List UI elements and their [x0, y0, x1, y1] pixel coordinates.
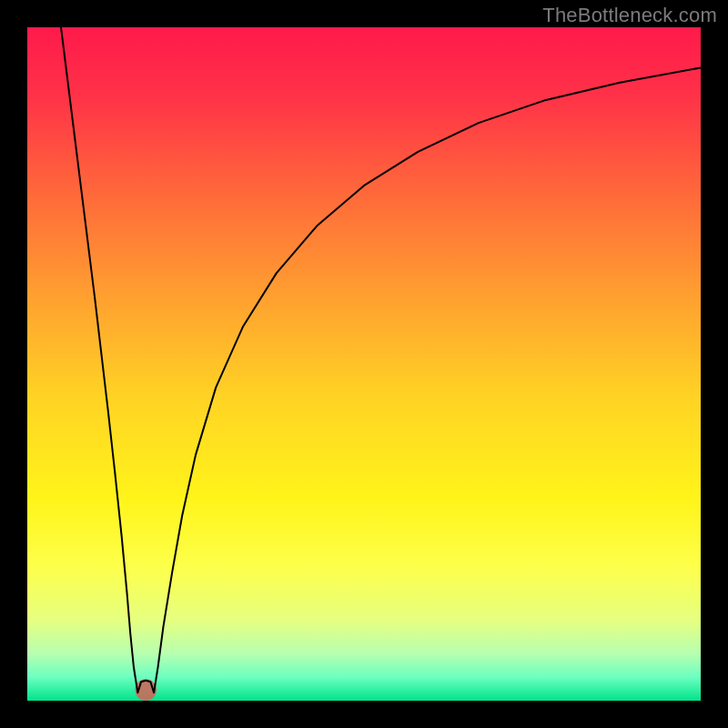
curve-layer — [27, 27, 701, 701]
bottleneck-curve — [61, 27, 701, 693]
plot-area — [27, 27, 701, 701]
watermark-text: TheBottleneck.com — [542, 4, 717, 27]
chart-frame: TheBottleneck.com — [0, 0, 728, 728]
